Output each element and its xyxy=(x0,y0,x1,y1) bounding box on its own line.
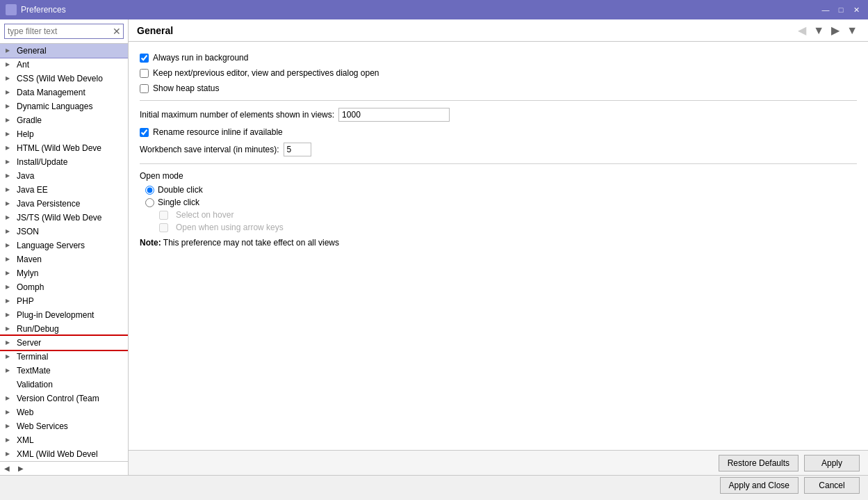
tree-arrow-gradle xyxy=(6,115,15,125)
close-button[interactable]: ✕ xyxy=(850,4,862,15)
sidebar-item-plugin-development[interactable]: Plug-in Development xyxy=(0,308,128,322)
sidebar-item-xml[interactable]: XML xyxy=(0,433,128,447)
sidebar-item-maven[interactable]: Maven xyxy=(0,252,128,266)
single-click-row: Single click xyxy=(145,197,857,207)
sidebar-item-dynamic-languages[interactable]: Dynamic Languages xyxy=(0,99,128,113)
tree-arrow-textmate xyxy=(6,366,15,376)
sidebar: ✕ GeneralAntCSS (Wild Web DeveloData Man… xyxy=(0,19,129,475)
page-title: General xyxy=(137,25,173,36)
tree-arrow-ant xyxy=(6,60,15,70)
tree-arrow-version-control xyxy=(6,394,15,403)
tree-arrow-general xyxy=(6,46,15,56)
sidebar-label-oomph: Oomph xyxy=(17,282,44,292)
always-run-checkbox[interactable] xyxy=(140,54,149,63)
sidebar-item-terminal[interactable]: Terminal xyxy=(0,350,128,364)
sidebar-item-gradle[interactable]: Gradle xyxy=(0,113,128,127)
sidebar-item-server[interactable]: Server xyxy=(0,336,128,350)
sidebar-forward-button[interactable]: ▶ xyxy=(17,465,25,472)
open-mode-label: Open mode xyxy=(140,171,857,181)
sidebar-label-help: Help xyxy=(17,129,34,139)
sidebar-item-php[interactable]: PHP xyxy=(0,294,128,308)
sidebar-item-json[interactable]: JSON xyxy=(0,225,128,239)
restore-defaults-button[interactable]: Restore Defaults xyxy=(719,455,799,471)
sidebar-item-data-management[interactable]: Data Management xyxy=(0,86,128,99)
sidebar-item-install-update[interactable]: Install/Update xyxy=(0,155,128,169)
tree-arrow-install-update xyxy=(6,157,15,167)
sidebar-label-dynamic-languages: Dynamic Languages xyxy=(17,102,92,111)
double-click-radio[interactable] xyxy=(145,186,154,195)
double-click-row: Double click xyxy=(145,185,857,195)
apply-button[interactable]: Apply xyxy=(804,455,860,471)
sidebar-label-version-control: Version Control (Team xyxy=(17,394,99,403)
keep-next-label: Keep next/previous editor, view and pers… xyxy=(153,68,379,78)
tree-arrow-java-persistence xyxy=(6,199,15,209)
tree-arrow-terminal xyxy=(6,352,15,362)
rename-resource-label: Rename resource inline if available xyxy=(153,127,283,137)
sidebar-label-general: General xyxy=(17,46,47,56)
maximize-button[interactable]: □ xyxy=(835,4,847,15)
sidebar-label-plugin-development: Plug-in Development xyxy=(17,310,94,320)
sidebar-item-general[interactable]: General xyxy=(0,44,128,58)
sidebar-item-css[interactable]: CSS (Wild Web Develo xyxy=(0,72,128,86)
sidebar-label-json: JSON xyxy=(17,227,39,236)
tree-arrow-web-services xyxy=(6,421,15,431)
filter-clear-button[interactable]: ✕ xyxy=(113,26,121,36)
nav-back-button[interactable]: ◀ xyxy=(796,24,808,37)
open-arrow-keys-checkbox[interactable] xyxy=(159,223,168,232)
double-click-label: Double click xyxy=(158,185,203,195)
nav-forward-button[interactable]: ▶ xyxy=(829,24,842,37)
app-icon xyxy=(6,4,17,15)
sidebar-label-textmate: TextMate xyxy=(17,366,51,376)
sidebar-item-run-debug[interactable]: Run/Debug xyxy=(0,322,128,336)
sidebar-item-java-ee[interactable]: Java EE xyxy=(0,183,128,197)
sidebar-label-xml-wild: XML (Wild Web Devel xyxy=(17,449,98,459)
sidebar-item-mylyn[interactable]: Mylyn xyxy=(0,266,128,280)
single-click-radio[interactable] xyxy=(145,198,154,207)
apply-and-close-button[interactable]: Apply and Close xyxy=(720,477,799,494)
sidebar-item-jsts[interactable]: JS/TS (Wild Web Deve xyxy=(0,211,128,225)
sidebar-item-version-control[interactable]: Version Control (Team xyxy=(0,392,128,405)
sidebar-label-language-servers: Language Servers xyxy=(17,241,85,250)
minimize-button[interactable]: — xyxy=(819,4,832,15)
nav-dropdown-button[interactable]: ▼ xyxy=(811,24,826,37)
keep-next-checkbox[interactable] xyxy=(140,69,149,78)
sidebar-item-help[interactable]: Help xyxy=(0,127,128,141)
filter-input[interactable] xyxy=(4,24,124,39)
sidebar-item-ant[interactable]: Ant xyxy=(0,58,128,72)
note-row: Note: This preference may not take effec… xyxy=(140,238,857,248)
sidebar-label-run-debug: Run/Debug xyxy=(17,324,59,334)
note-text: This preference may not take effect on a… xyxy=(163,238,339,248)
sidebar-label-maven: Maven xyxy=(17,255,42,264)
sidebar-item-xml-wild[interactable]: XML (Wild Web Devel xyxy=(0,447,128,461)
sidebar-item-language-servers[interactable]: Language Servers xyxy=(0,239,128,252)
tree-arrow-mylyn xyxy=(6,268,15,278)
tree-arrow-xml xyxy=(6,435,15,445)
sidebar-back-button[interactable]: ◀ xyxy=(3,465,11,472)
select-on-hover-checkbox[interactable] xyxy=(159,211,168,220)
sidebar-item-java[interactable]: Java xyxy=(0,169,128,183)
sidebar-item-validation[interactable]: Validation xyxy=(0,378,128,392)
open-arrow-keys-label: Open when using arrow keys xyxy=(176,223,284,232)
show-heap-label: Show heap status xyxy=(153,83,219,93)
rename-resource-checkbox[interactable] xyxy=(140,128,149,137)
tree-arrow-java xyxy=(6,171,15,181)
sidebar-item-web-services[interactable]: Web Services xyxy=(0,419,128,433)
workbench-save-input[interactable] xyxy=(284,143,311,156)
show-heap-checkbox[interactable] xyxy=(140,84,149,93)
note-bold: Note: xyxy=(140,238,161,248)
sidebar-label-terminal: Terminal xyxy=(17,352,48,362)
nav-buttons: ◀ ▼ ▶ ▼ xyxy=(796,24,860,37)
sidebar-label-xml: XML xyxy=(17,435,34,445)
sidebar-label-java-ee: Java EE xyxy=(17,185,48,195)
sidebar-item-oomph[interactable]: Oomph xyxy=(0,280,128,294)
initial-max-input[interactable] xyxy=(338,108,450,122)
sidebar-item-web[interactable]: Web xyxy=(0,405,128,419)
tree-arrow-json xyxy=(6,227,15,236)
cancel-button[interactable]: Cancel xyxy=(804,477,860,494)
sidebar-item-java-persistence[interactable]: Java Persistence xyxy=(0,197,128,211)
nav-dropdown2-button[interactable]: ▼ xyxy=(844,24,860,37)
sidebar-item-html[interactable]: HTML (Wild Web Deve xyxy=(0,141,128,155)
keep-next-row: Keep next/previous editor, view and pers… xyxy=(140,68,857,78)
sidebar-label-ant: Ant xyxy=(17,60,29,70)
sidebar-item-textmate[interactable]: TextMate xyxy=(0,364,128,378)
